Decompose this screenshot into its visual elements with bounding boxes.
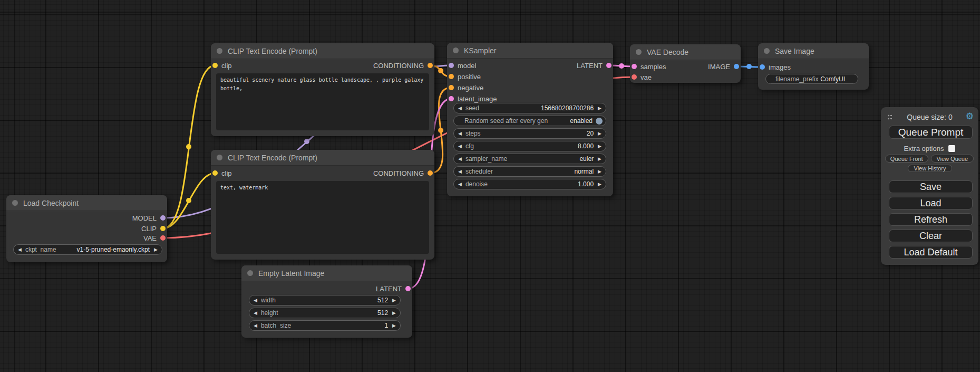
node-load-checkpoint[interactable]: Load Checkpoint MODEL CLIP VAE ◀ ckpt_na… [6, 195, 167, 262]
node-empty-latent-image[interactable]: Empty Latent Image LATENT ◀ width 512 ▶ … [241, 265, 412, 338]
denoise-widget[interactable]: ◀ denoise 1.000 ▶ [453, 179, 606, 189]
node-vae-decode[interactable]: VAE Decode samples vae IMAGE [630, 44, 741, 83]
increment-arrow-icon[interactable]: ▶ [392, 323, 396, 328]
collapse-dot-icon[interactable] [453, 47, 459, 53]
node-clip-text-encode-positive[interactable]: CLIP Text Encode (Prompt) clip CONDITION… [211, 43, 434, 136]
image-output-slot[interactable]: IMAGE [708, 63, 739, 70]
model-input-dot[interactable] [449, 63, 454, 68]
vae-input-dot[interactable] [632, 74, 637, 80]
images-input-slot[interactable]: images [760, 63, 791, 71]
extra-options-checkbox[interactable] [948, 145, 955, 152]
clip-output-dot[interactable] [160, 226, 166, 231]
increment-arrow-icon[interactable]: ▶ [392, 298, 396, 303]
increment-arrow-icon[interactable]: ▶ [154, 247, 158, 252]
toggle-dot[interactable] [596, 118, 603, 125]
model-output-dot[interactable] [160, 215, 166, 221]
negative-input-slot[interactable]: negative [449, 84, 483, 91]
node-title-bar[interactable]: Load Checkpoint [6, 195, 167, 211]
model-output-slot[interactable]: MODEL [132, 214, 166, 222]
height-widget[interactable]: ◀ height 512 ▶ [249, 308, 401, 318]
steps-widget[interactable]: ◀ steps 20 ▶ [453, 128, 606, 139]
increment-arrow-icon[interactable]: ▶ [598, 144, 601, 149]
load-button[interactable]: Load [889, 197, 973, 209]
positive-input-dot[interactable] [449, 74, 454, 79]
filename-prefix-widget[interactable]: filename_prefix ComfyUI [765, 74, 858, 84]
decrement-arrow-icon[interactable]: ◀ [18, 247, 22, 252]
samples-input-slot[interactable]: samples [632, 63, 666, 70]
collapse-dot-icon[interactable] [217, 48, 222, 54]
prompt-text-area[interactable]: text, watermark [216, 181, 429, 254]
samples-input-dot[interactable] [632, 64, 637, 69]
save-button[interactable]: Save [889, 180, 973, 193]
positive-input-slot[interactable]: positive [449, 73, 481, 80]
refresh-button[interactable]: Refresh [889, 213, 973, 226]
model-input-slot[interactable]: model [449, 62, 476, 69]
decrement-arrow-icon[interactable]: ◀ [458, 131, 462, 136]
cfg-widget[interactable]: ◀ cfg 8.000 ▶ [453, 141, 606, 151]
seed-widget[interactable]: ◀ seed 156680208700286 ▶ [453, 103, 606, 113]
collapse-dot-icon[interactable] [247, 270, 253, 276]
collapse-dot-icon[interactable] [636, 49, 642, 55]
node-title-bar[interactable]: CLIP Text Encode (Prompt) [211, 43, 434, 59]
gear-icon[interactable]: ⚙ [966, 111, 974, 121]
increment-arrow-icon[interactable]: ▶ [598, 182, 601, 187]
latent-output-slot[interactable]: LATENT [577, 62, 612, 69]
width-widget[interactable]: ◀ width 512 ▶ [249, 295, 401, 306]
vae-output-slot[interactable]: VAE [143, 234, 166, 242]
scheduler-widget[interactable]: ◀ scheduler normal ▶ [453, 166, 606, 177]
conditioning-output-dot[interactable] [428, 63, 433, 68]
prompt-text-area[interactable]: beautiful scenery nature glass bottle la… [216, 73, 429, 130]
queue-front-button[interactable]: Queue Front [885, 155, 928, 163]
latent-output-dot[interactable] [606, 63, 612, 68]
view-history-button[interactable]: View History [908, 165, 952, 172]
node-title-bar[interactable]: VAE Decode [630, 44, 741, 60]
latent-image-input-dot[interactable] [449, 96, 454, 101]
collapse-dot-icon[interactable] [217, 155, 222, 160]
decrement-arrow-icon[interactable]: ◀ [458, 182, 462, 187]
view-queue-button[interactable]: View Queue [931, 155, 974, 163]
clear-button[interactable]: Clear [889, 230, 973, 242]
increment-arrow-icon[interactable]: ▶ [598, 131, 601, 136]
latent-image-input-slot[interactable]: latent_image [449, 95, 497, 102]
collapse-dot-icon[interactable] [764, 48, 770, 54]
collapse-dot-icon[interactable] [12, 200, 18, 206]
conditioning-output-dot[interactable] [428, 170, 433, 176]
vae-input-slot[interactable]: vae [632, 73, 652, 81]
decrement-arrow-icon[interactable]: ◀ [254, 298, 257, 303]
increment-arrow-icon[interactable]: ▶ [392, 310, 396, 316]
clip-input-slot[interactable]: clip [212, 169, 232, 177]
node-clip-text-encode-negative[interactable]: CLIP Text Encode (Prompt) clip CONDITION… [211, 150, 434, 260]
increment-arrow-icon[interactable]: ▶ [598, 156, 601, 161]
images-input-dot[interactable] [760, 64, 765, 70]
node-title-bar[interactable]: Save Image [758, 43, 869, 59]
negative-input-dot[interactable] [449, 85, 454, 90]
queue-prompt-button[interactable]: Queue Prompt [889, 126, 973, 139]
node-save-image[interactable]: Save Image images filename_prefix ComfyU… [758, 43, 869, 90]
clip-input-dot[interactable] [212, 170, 218, 176]
decrement-arrow-icon[interactable]: ◀ [254, 323, 257, 328]
increment-arrow-icon[interactable]: ▶ [598, 169, 601, 174]
node-ksampler[interactable]: KSampler model positive negative latent_… [447, 43, 613, 196]
sampler-name-widget[interactable]: ◀ sampler_name euler ▶ [453, 154, 606, 164]
clip-input-dot[interactable] [212, 63, 218, 68]
conditioning-output-slot[interactable]: CONDITIONING [373, 169, 433, 177]
image-output-dot[interactable] [734, 64, 739, 69]
vae-output-dot[interactable] [160, 235, 166, 241]
decrement-arrow-icon[interactable]: ◀ [458, 144, 462, 149]
decrement-arrow-icon[interactable]: ◀ [458, 106, 462, 111]
increment-arrow-icon[interactable]: ▶ [598, 106, 601, 111]
node-title-bar[interactable]: CLIP Text Encode (Prompt) [211, 150, 434, 166]
random-seed-widget[interactable]: Random seed after every gen enabled [453, 116, 606, 126]
batch-size-widget[interactable]: ◀ batch_size 1 ▶ [249, 320, 401, 331]
decrement-arrow-icon[interactable]: ◀ [254, 310, 257, 316]
load-default-button[interactable]: Load Default [889, 246, 973, 259]
node-title-bar[interactable]: KSampler [447, 43, 613, 59]
clip-input-slot[interactable]: clip [212, 62, 232, 69]
ckpt-name-widget[interactable]: ◀ ckpt_name v1-5-pruned-emaonly.ckpt ▶ [13, 244, 162, 255]
latent-output-dot[interactable] [405, 286, 411, 291]
node-title-bar[interactable]: Empty Latent Image [241, 265, 412, 281]
decrement-arrow-icon[interactable]: ◀ [458, 169, 462, 174]
latent-output-slot[interactable]: LATENT [376, 285, 411, 292]
clip-output-slot[interactable]: CLIP [141, 225, 166, 232]
conditioning-output-slot[interactable]: CONDITIONING [373, 62, 433, 69]
